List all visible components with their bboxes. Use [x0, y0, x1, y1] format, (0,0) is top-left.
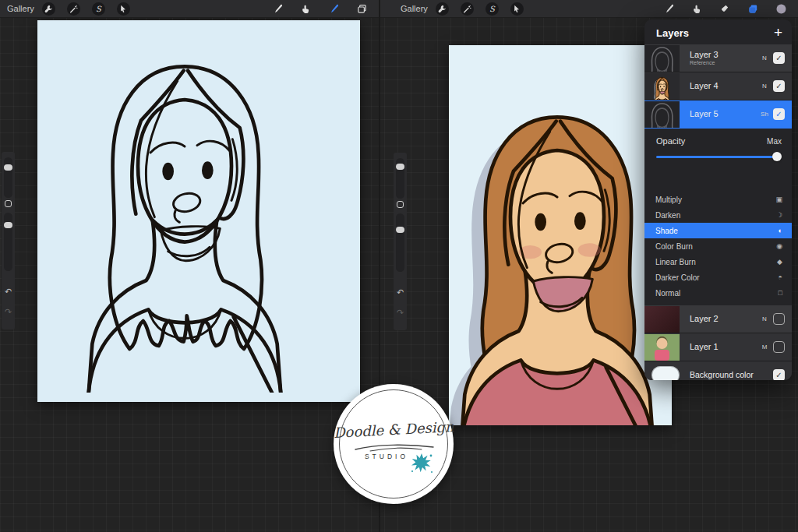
layer-row-background-color[interactable]: Background color✓: [644, 361, 792, 380]
brush-size-slider[interactable]: [4, 157, 12, 198]
layer-thumbnail[interactable]: [644, 73, 680, 100]
opacity-label: Opacity: [656, 136, 685, 146]
layer-name: Layer 4: [690, 81, 757, 90]
layer-thumbnail[interactable]: [644, 45, 680, 72]
blend-mode-color-burn[interactable]: Color Burn◉: [644, 238, 792, 254]
doodle-design-logo: Doodle & Design STUDIO: [334, 384, 454, 504]
layer-name: Layer 5: [690, 109, 757, 118]
background-color-swatch[interactable]: [651, 366, 680, 380]
blend-mode-label: Darker Color: [655, 273, 779, 282]
layer-visibility-checkbox[interactable]: [773, 341, 785, 353]
blend-mode-label: Linear Burn: [655, 258, 777, 266]
layer-name: Layer 2: [690, 314, 757, 323]
redo-icon[interactable]: ↷: [2, 308, 15, 316]
toolbar-right: Gallery S: [380, 0, 798, 18]
blend-mode-shade[interactable]: Shade◐: [644, 223, 792, 238]
darker-color-icon: ◓: [779, 273, 782, 281]
layer-name: Layer 3: [690, 50, 757, 59]
color-swatch-icon[interactable]: [775, 2, 787, 15]
paint-splat-icon: [408, 451, 435, 476]
blend-mode-letter[interactable]: N: [757, 55, 772, 62]
blend-mode-label: Normal: [655, 289, 779, 298]
procreate-workspace: Gallery S Gallery: [0, 0, 798, 532]
opacity-slider[interactable]: [656, 151, 782, 162]
darken-icon: ☽: [776, 211, 782, 219]
eraser-icon[interactable]: [719, 2, 731, 15]
opacity-handle[interactable]: [4, 222, 12, 228]
undo-icon[interactable]: ↶: [2, 287, 15, 296]
layer-name: Layer 1: [690, 342, 757, 351]
eraser-icon-active[interactable]: [327, 2, 340, 15]
blend-mode-label: Darken: [655, 211, 776, 220]
blend-mode-linear-burn[interactable]: Linear Burn◆: [644, 254, 792, 270]
canvas-colored[interactable]: [449, 45, 672, 425]
gallery-button[interactable]: Gallery: [0, 4, 42, 13]
blend-mode-multiply[interactable]: Multiply▣: [644, 192, 792, 207]
blend-mode-label: Shade: [655, 227, 779, 235]
selection-icon[interactable]: S: [486, 2, 499, 16]
layer-visibility-checkbox[interactable]: ✓: [773, 369, 785, 380]
blend-mode-normal[interactable]: Normal□: [644, 285, 792, 301]
toolbar-left: Gallery S: [0, 0, 379, 18]
add-layer-button[interactable]: +: [774, 26, 782, 40]
brush-icon[interactable]: [271, 2, 284, 15]
layer-thumbnail[interactable]: [644, 334, 680, 361]
smudge-icon[interactable]: [690, 2, 703, 15]
blend-mode-label: Multiply: [655, 196, 775, 204]
transform-arrow-icon[interactable]: [117, 2, 130, 16]
adjustments-wand-icon[interactable]: [67, 2, 80, 16]
layer-visibility-checkbox[interactable]: ✓: [773, 108, 785, 120]
layer-thumbnail[interactable]: [644, 101, 680, 128]
layer-row-layer-4[interactable]: Layer 4N✓: [644, 72, 792, 100]
layers-panel: Layers + Layer 3ReferenceN✓ Layer 4N✓Lay…: [644, 19, 792, 380]
blend-mode-letter[interactable]: M: [757, 344, 772, 351]
opacity-slider-side[interactable]: [396, 213, 404, 272]
normal-icon: □: [779, 289, 782, 297]
layers-icon[interactable]: [355, 2, 368, 15]
modify-button[interactable]: [5, 200, 12, 207]
canvas-lineart[interactable]: [37, 20, 360, 402]
transform-arrow-icon[interactable]: [510, 2, 524, 16]
opacity-handle[interactable]: [396, 227, 404, 233]
undo-icon[interactable]: ↶: [394, 288, 407, 297]
sidebar-left: ↶ ↷: [2, 152, 15, 329]
layer-visibility-checkbox[interactable]: ✓: [773, 80, 785, 92]
layers-panel-title: Layers: [656, 27, 689, 39]
actions-wrench-icon[interactable]: [42, 2, 55, 16]
color-burn-icon: ◉: [776, 242, 782, 250]
brush-size-handle[interactable]: [4, 164, 12, 171]
smudge-icon[interactable]: [299, 2, 312, 15]
layer-name: Background color: [690, 371, 772, 380]
opacity-slider-knob[interactable]: [772, 152, 782, 161]
blend-mode-letter[interactable]: Sh: [757, 111, 772, 118]
opacity-value: Max: [767, 137, 782, 146]
layer-thumbnail[interactable]: [644, 306, 680, 333]
layers-icon-active[interactable]: [747, 2, 759, 15]
actions-wrench-icon[interactable]: [436, 2, 449, 16]
modify-button[interactable]: [397, 201, 404, 208]
layer-visibility-checkbox[interactable]: ✓: [773, 52, 785, 64]
blend-mode-label: Color Burn: [655, 242, 776, 251]
linear-burn-icon: ◆: [777, 258, 782, 266]
adjustments-wand-icon[interactable]: [461, 2, 474, 16]
blend-mode-darken[interactable]: Darken☽: [644, 207, 792, 223]
layer-row-layer-2[interactable]: Layer 2N: [644, 305, 792, 333]
layer-row-layer-5[interactable]: Layer 5Sh✓: [644, 100, 792, 129]
layer-row-layer-3[interactable]: Layer 3ReferenceN✓: [644, 44, 792, 72]
brush-icon[interactable]: [662, 2, 675, 15]
layer-sublabel: Reference: [690, 60, 757, 66]
opacity-block: Opacity Max: [644, 129, 792, 162]
redo-icon[interactable]: ↷: [394, 308, 407, 317]
gallery-button[interactable]: Gallery: [380, 4, 436, 13]
layer-visibility-checkbox[interactable]: [773, 313, 785, 325]
sidebar-right: ↶ ↷: [394, 153, 407, 330]
blend-mode-letter[interactable]: N: [757, 315, 772, 322]
shade-icon: ◐: [779, 227, 782, 234]
multiply-icon: ▣: [775, 196, 782, 203]
blend-mode-darker-color[interactable]: Darker Color◓: [644, 270, 792, 285]
selection-icon[interactable]: S: [92, 2, 105, 16]
brush-size-handle[interactable]: [396, 164, 404, 170]
blend-mode-letter[interactable]: N: [757, 83, 772, 90]
layer-row-layer-1[interactable]: Layer 1M: [644, 333, 792, 361]
